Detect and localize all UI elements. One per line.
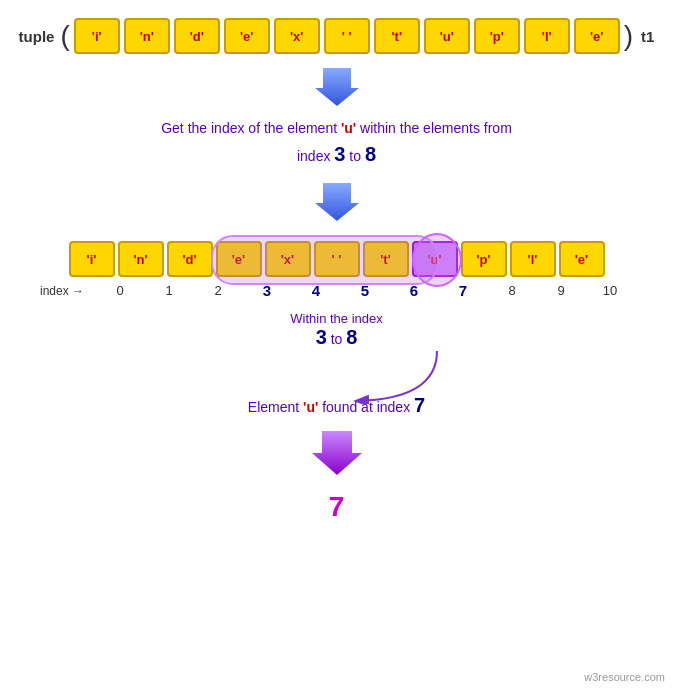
cell-1: 'n': [124, 18, 170, 54]
cell-2: 'd': [174, 18, 220, 54]
cell2-1: 'n': [118, 241, 164, 277]
idx-10: 10: [587, 283, 633, 298]
down-arrow-icon-2: [315, 179, 359, 223]
within-to-label: to: [331, 331, 347, 347]
svg-marker-1: [315, 183, 359, 221]
cell-4: 'x': [274, 18, 320, 54]
cell-char-7: 'u': [440, 29, 454, 44]
cell-char-9: 'l': [542, 29, 552, 44]
curved-arrow-svg: [87, 349, 587, 404]
main-container: tuple ( 'i' 'n' 'd' 'e' 'x' ' ' 't' 'u' …: [0, 0, 673, 689]
cell2-10: 'e': [559, 241, 605, 277]
arrow-down-2: [315, 179, 359, 223]
within-to: 8: [346, 326, 357, 348]
within-section: Within the index 3 to 8: [290, 305, 383, 349]
cell2-5: ' ': [314, 241, 360, 277]
idx-5: 5: [342, 282, 388, 299]
within-range: 3 to 8: [290, 326, 383, 349]
cell2-8: 'p': [461, 241, 507, 277]
cell2-7-u: 'u': [412, 241, 458, 277]
cell-char-5: ' ': [342, 29, 352, 44]
cells-row-2: 'i' 'n' 'd' 'e' 'x' ' ' 't' 'u' 'p' 'l' …: [69, 241, 605, 277]
idx-3: 3: [244, 282, 290, 299]
cell-char-8: 'p': [490, 29, 504, 44]
cell-char-1: 'n': [140, 29, 154, 44]
curved-arrow-container: [87, 349, 587, 404]
index-to-num: 8: [365, 143, 376, 165]
cell-5: ' ': [324, 18, 370, 54]
tuple-label: tuple: [19, 28, 55, 45]
down-arrow-icon-1: [315, 64, 359, 108]
arrow-down-3: [312, 427, 362, 477]
watermark: w3resource.com: [584, 671, 665, 683]
idx-9: 9: [538, 283, 584, 298]
cell2-3: 'e': [216, 241, 262, 277]
idx-1: 1: [146, 283, 192, 298]
description-text: Get the index of the element 'u' within …: [161, 118, 512, 169]
svg-marker-0: [315, 68, 359, 106]
result-number: 7: [329, 491, 345, 523]
cell-char-10: 'e': [590, 29, 603, 44]
cell-char-3: 'e': [240, 29, 253, 44]
cell2-2: 'd': [167, 241, 213, 277]
index-row: index → 0 1 2 3 4 5 6 7 8 9 10: [40, 282, 633, 299]
cell2-6: 't': [363, 241, 409, 277]
down-arrow-icon-3: [312, 427, 362, 477]
idx-6: 6: [391, 282, 437, 299]
desc-line1: Get the index of the element 'u' within …: [161, 120, 512, 136]
desc-line2: index 3 to 8: [297, 148, 376, 164]
idx-4: 4: [293, 282, 339, 299]
idx-2: 2: [195, 283, 241, 298]
cell-char-2: 'd': [190, 29, 204, 44]
cells-row-wrapper: 'i' 'n' 'd' 'e' 'x' ' ' 't' 'u' 'p' 'l' …: [69, 241, 605, 277]
cell-3: 'e': [224, 18, 270, 54]
index-arrow-label: index →: [40, 284, 92, 298]
idx-8: 8: [489, 283, 535, 298]
element-u: 'u': [341, 120, 356, 136]
cell-char-0: 'i': [92, 29, 102, 44]
second-section: 'i' 'n' 'd' 'e' 'x' ' ' 't' 'u' 'p' 'l' …: [0, 233, 673, 404]
cell2-4: 'x': [265, 241, 311, 277]
index-from-num: 3: [334, 143, 345, 165]
idx-0: 0: [97, 283, 143, 298]
cell-7: 'u': [424, 18, 470, 54]
svg-marker-2: [312, 431, 362, 475]
cell2-9: 'l': [510, 241, 556, 277]
idx-7: 7: [440, 282, 486, 299]
within-label: Within the index: [290, 311, 383, 326]
cell-8: 'p': [474, 18, 520, 54]
within-from: 3: [316, 326, 327, 348]
cell2-0: 'i': [69, 241, 115, 277]
cell-6: 't': [374, 18, 420, 54]
paren-close: ): [624, 22, 633, 50]
cell-10: 'e': [574, 18, 620, 54]
cell-9: 'l': [524, 18, 570, 54]
t1-label: t1: [641, 28, 654, 45]
cell-char-4: 'x': [290, 29, 303, 44]
arrow-down-1: [315, 64, 359, 108]
paren-open: (: [60, 22, 69, 50]
tuple-row: tuple ( 'i' 'n' 'd' 'e' 'x' ' ' 't' 'u' …: [19, 18, 655, 54]
cell-char-6: 't': [391, 29, 402, 44]
cell-0: 'i': [74, 18, 120, 54]
